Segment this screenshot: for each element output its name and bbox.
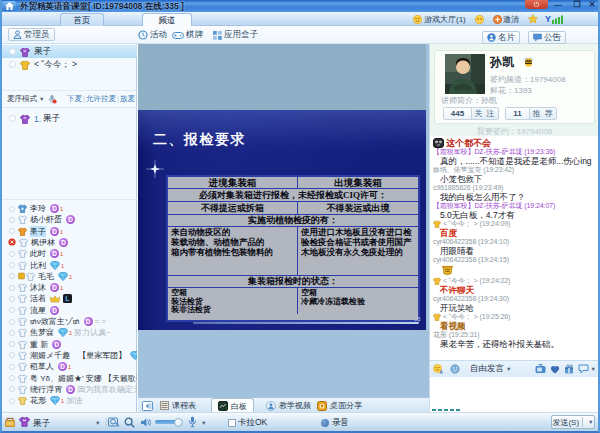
select-radio[interactable] [9, 319, 15, 325]
gold-mini-badge [18, 272, 26, 280]
member-row[interactable]: 沐沐D1 [2, 282, 137, 293]
select-radio[interactable] [9, 296, 15, 302]
select-radio[interactable] [9, 115, 16, 122]
power-button[interactable]: ⏻ [525, 0, 548, 9]
wb-tab-desktop-share[interactable]: 桌面分享 [317, 398, 362, 413]
select-radio[interactable] [9, 61, 16, 68]
select-radio[interactable] [9, 262, 15, 268]
invite-button[interactable]: 邀清 [493, 13, 519, 25]
mic-mode-label[interactable]: 麦序模式 [7, 94, 37, 104]
table-cell: 来自动物疫区的装载动物、动植物产品的箱内带有植物性包装物料的 [168, 227, 298, 275]
chevron-down-icon[interactable]: ▼ [201, 420, 206, 426]
chat-bubble-icon[interactable] [578, 364, 589, 374]
vip-d-badge: D [50, 204, 59, 213]
chat-message: 开玩笑哈 [433, 304, 596, 313]
member-row[interactable]: 此时D1 [2, 248, 137, 259]
video-icon[interactable] [535, 364, 546, 374]
volume-slider[interactable] [153, 420, 183, 424]
member-row[interactable]: 枫伊林D [2, 237, 137, 248]
vip-row[interactable]: 果子 [2, 45, 137, 58]
select-radio[interactable] [9, 228, 15, 234]
member-row[interactable]: 重 新D [2, 339, 137, 350]
search-icon[interactable] [124, 417, 135, 428]
notice-button[interactable]: 公告 [528, 31, 566, 44]
minimize-button[interactable]: — [552, 0, 564, 10]
presentation-slide: 二、报检要求 进境集装箱出境集装箱必须对集装箱进行报检，未经报检或CIQ许可：不… [138, 110, 426, 330]
name-card-button[interactable]: 名片 [482, 31, 520, 44]
member-row[interactable]: 果子D1 [2, 226, 137, 237]
board-games-button[interactable]: 棋牌 [172, 29, 203, 41]
member-row[interactable]: 流星D [2, 305, 137, 316]
member-row[interactable]: 粤 Yδ、媚媚★' 安娜 【天籁歌手】 [2, 373, 137, 384]
vip-row[interactable]: < ˘今今； > [2, 58, 137, 71]
table-span-row: 集装箱报检时的状态： [168, 276, 418, 287]
custom-face-icon[interactable] [450, 364, 460, 374]
member-row[interactable]: 活着L [2, 293, 137, 304]
select-radio[interactable] [9, 386, 15, 392]
tab-home[interactable]: 首页 [60, 13, 104, 26]
wb-tab-schedule[interactable]: 课程表 [160, 398, 196, 413]
chat-input[interactable] [430, 377, 599, 412]
chevron-down-icon[interactable]: ▼ [95, 420, 100, 426]
select-radio[interactable] [9, 48, 16, 55]
select-radio[interactable] [9, 217, 15, 223]
close-button[interactable]: ✕ [586, 0, 598, 10]
wb-tab-video[interactable]: 教学视频 [266, 398, 311, 413]
select-radio[interactable] [9, 251, 15, 257]
member-row[interactable]: ₥ν致富主ゾ₥D= = [2, 316, 137, 327]
recommend-button[interactable]: 11 推 荐 [505, 107, 557, 120]
app-box-button[interactable]: 应用盒子 [213, 29, 258, 41]
karaoke-checkbox[interactable]: 卡拉OK [228, 417, 267, 429]
member-row[interactable]: 毛毛1 [2, 271, 137, 282]
chat-message: 果老辛苦，还得给补报关基础。 [433, 340, 596, 349]
select-radio[interactable] [9, 206, 15, 212]
member-row[interactable]: 比利1 [2, 260, 137, 271]
emotion-icon[interactable] [475, 13, 484, 25]
select-radio[interactable] [9, 330, 15, 336]
heart-icon[interactable] [550, 365, 560, 374]
find-user-icon[interactable] [108, 417, 120, 428]
select-radio[interactable] [9, 375, 15, 381]
member-signature: 加油 [66, 395, 82, 406]
microphone-icon[interactable] [188, 416, 197, 428]
member-row[interactable]: 绕行浮霄D因为我喜欢确定无疑 [2, 384, 137, 395]
member-row[interactable]: 焦梦寐1努力认真~ [2, 327, 137, 338]
select-radio[interactable] [9, 285, 15, 291]
diamond-badge [48, 396, 60, 405]
mic-link[interactable]: 下麦 [67, 94, 82, 103]
member-row[interactable]: 潮媚メ千趣 【皇家军团】1 [2, 350, 137, 361]
member-row[interactable]: 杨小虾蛋D [2, 214, 137, 225]
mic-link[interactable]: 允许拉麦 [86, 94, 116, 103]
select-radio[interactable] [9, 273, 15, 279]
emoji-picker-icon[interactable]: A [433, 364, 443, 374]
select-radio[interactable] [9, 341, 15, 347]
member-name: 比利 [30, 260, 46, 271]
member-row[interactable]: 稻草人D1 [2, 361, 137, 372]
favorite-star-icon[interactable] [528, 13, 538, 25]
send-button[interactable]: 发送(S) ▼ [551, 415, 595, 429]
speak-mode-select[interactable]: 自由发言 [470, 363, 504, 375]
select-radio[interactable] [9, 364, 15, 370]
member-row[interactable]: 李玲D1 [2, 203, 137, 214]
select-radio[interactable] [9, 398, 15, 404]
game-hall-button[interactable]: 游戏大厅(1) [413, 13, 466, 25]
wb-tab-whiteboard[interactable]: 白板 [211, 398, 254, 413]
maximize-button[interactable]: ❐ [571, 0, 583, 10]
chat-log[interactable]: 这个都不会【霜狼军校】DZ-扶苏-萨菲珑 (19:23:36)真的，......… [430, 136, 599, 360]
chevron-down-icon: ▼ [506, 366, 511, 372]
video-icon [266, 401, 276, 411]
tab-channel[interactable]: 频道 [142, 13, 192, 26]
mic-queue-item[interactable]: 1.果子 [2, 112, 137, 125]
record-button[interactable]: 录音 [321, 417, 349, 429]
select-radio[interactable] [9, 352, 15, 358]
follow-button[interactable]: 445 关 注 [443, 107, 499, 120]
admin-button[interactable]: 管理员 [8, 28, 55, 41]
activity-button[interactable]: 活动 [138, 29, 167, 41]
home-icon[interactable] [2, 1, 16, 11]
collapse-panel-icon[interactable] [142, 398, 153, 413]
speaker-icon[interactable] [141, 417, 152, 428]
mic-link[interactable]: 放麦 [120, 94, 135, 103]
member-row[interactable]: 花形1加油 [2, 395, 137, 406]
gift-icon[interactable] [564, 364, 574, 374]
select-radio[interactable] [9, 307, 15, 313]
